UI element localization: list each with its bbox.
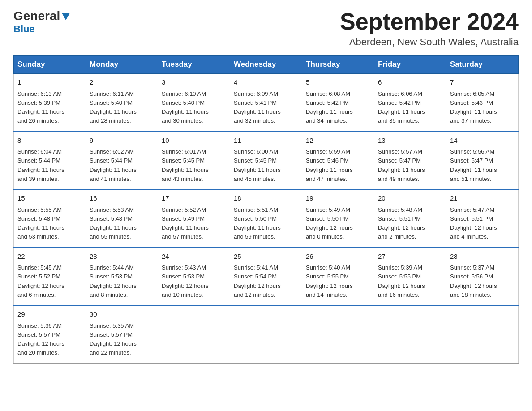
day-number: 14 — [450, 136, 515, 146]
calendar-cell: 14 Sunrise: 5:56 AMSunset: 5:47 PMDaylig… — [446, 132, 519, 190]
day-info: Sunrise: 6:00 AMSunset: 5:45 PMDaylight:… — [234, 148, 281, 182]
day-number: 21 — [450, 193, 515, 204]
day-info: Sunrise: 6:05 AMSunset: 5:43 PMDaylight:… — [450, 90, 497, 124]
logo-blue-text: Blue — [13, 23, 35, 35]
day-number: 28 — [450, 252, 515, 262]
day-number: 26 — [306, 252, 370, 262]
calendar-cell: 10 Sunrise: 6:01 AMSunset: 5:45 PMDaylig… — [158, 132, 230, 190]
calendar-cell: 20 Sunrise: 5:48 AMSunset: 5:51 PMDaylig… — [374, 189, 446, 248]
day-number: 5 — [306, 77, 370, 88]
calendar-cell: 1 Sunrise: 6:13 AMSunset: 5:39 PMDayligh… — [14, 74, 86, 132]
calendar-header-tuesday: Tuesday — [158, 56, 230, 74]
calendar-cell: 26 Sunrise: 5:40 AMSunset: 5:55 PMDaylig… — [302, 248, 374, 306]
day-number: 12 — [306, 136, 370, 146]
day-info: Sunrise: 5:39 AMSunset: 5:55 PMDaylight:… — [378, 264, 425, 298]
calendar-cell — [446, 305, 519, 363]
day-number: 20 — [378, 193, 442, 204]
calendar-cell: 28 Sunrise: 5:37 AMSunset: 5:56 PMDaylig… — [446, 248, 519, 306]
calendar-cell: 25 Sunrise: 5:41 AMSunset: 5:54 PMDaylig… — [230, 248, 302, 306]
calendar-cell — [302, 305, 374, 363]
day-info: Sunrise: 5:36 AMSunset: 5:57 PMDaylight:… — [17, 322, 64, 356]
calendar-cell: 21 Sunrise: 5:47 AMSunset: 5:51 PMDaylig… — [446, 189, 519, 248]
day-number: 27 — [378, 252, 442, 262]
calendar-cell: 2 Sunrise: 6:11 AMSunset: 5:40 PMDayligh… — [86, 74, 158, 132]
calendar-cell: 11 Sunrise: 6:00 AMSunset: 5:45 PMDaylig… — [230, 132, 302, 190]
day-number: 4 — [234, 77, 298, 88]
calendar-header-row: SundayMondayTuesdayWednesdayThursdayFrid… — [14, 56, 519, 74]
day-info: Sunrise: 6:01 AMSunset: 5:45 PMDaylight:… — [162, 148, 209, 182]
calendar-week-row: 1 Sunrise: 6:13 AMSunset: 5:39 PMDayligh… — [14, 74, 519, 132]
day-number: 10 — [162, 136, 226, 146]
calendar-header-saturday: Saturday — [446, 56, 519, 74]
day-info: Sunrise: 5:48 AMSunset: 5:51 PMDaylight:… — [378, 206, 425, 240]
day-info: Sunrise: 6:13 AMSunset: 5:39 PMDaylight:… — [17, 90, 64, 124]
calendar-cell — [374, 305, 446, 363]
calendar-cell: 29 Sunrise: 5:36 AMSunset: 5:57 PMDaylig… — [14, 305, 86, 363]
day-number: 18 — [234, 193, 298, 204]
calendar-header-friday: Friday — [374, 56, 446, 74]
calendar-cell — [230, 305, 302, 363]
day-info: Sunrise: 5:57 AMSunset: 5:47 PMDaylight:… — [378, 148, 425, 182]
day-number: 23 — [90, 252, 154, 262]
day-number: 2 — [90, 77, 154, 88]
day-number: 22 — [17, 252, 82, 262]
day-number: 3 — [162, 77, 226, 88]
calendar-cell: 22 Sunrise: 5:45 AMSunset: 5:52 PMDaylig… — [14, 248, 86, 306]
day-info: Sunrise: 5:35 AMSunset: 5:57 PMDaylight:… — [90, 322, 137, 356]
svg-marker-0 — [62, 13, 70, 20]
calendar-cell: 9 Sunrise: 6:02 AMSunset: 5:44 PMDayligh… — [86, 132, 158, 190]
calendar-cell: 3 Sunrise: 6:10 AMSunset: 5:40 PMDayligh… — [158, 74, 230, 132]
calendar-cell: 17 Sunrise: 5:52 AMSunset: 5:49 PMDaylig… — [158, 189, 230, 248]
day-info: Sunrise: 5:59 AMSunset: 5:46 PMDaylight:… — [306, 148, 353, 182]
day-number: 6 — [378, 77, 442, 88]
day-number: 1 — [17, 77, 82, 88]
calendar-table: SundayMondayTuesdayWednesdayThursdayFrid… — [13, 55, 519, 364]
calendar-cell: 30 Sunrise: 5:35 AMSunset: 5:57 PMDaylig… — [86, 305, 158, 363]
calendar-week-row: 22 Sunrise: 5:45 AMSunset: 5:52 PMDaylig… — [14, 248, 519, 306]
day-number: 19 — [306, 193, 370, 204]
logo-general-text: General — [13, 9, 60, 23]
day-info: Sunrise: 6:08 AMSunset: 5:42 PMDaylight:… — [306, 90, 353, 124]
day-info: Sunrise: 5:43 AMSunset: 5:53 PMDaylight:… — [162, 264, 209, 298]
day-number: 7 — [450, 77, 515, 88]
day-info: Sunrise: 6:06 AMSunset: 5:42 PMDaylight:… — [378, 90, 425, 124]
day-number: 15 — [17, 193, 82, 204]
calendar-cell: 6 Sunrise: 6:06 AMSunset: 5:42 PMDayligh… — [374, 74, 446, 132]
calendar-cell: 7 Sunrise: 6:05 AMSunset: 5:43 PMDayligh… — [446, 74, 519, 132]
calendar-header-sunday: Sunday — [14, 56, 86, 74]
calendar-cell: 27 Sunrise: 5:39 AMSunset: 5:55 PMDaylig… — [374, 248, 446, 306]
day-info: Sunrise: 5:37 AMSunset: 5:56 PMDaylight:… — [450, 264, 497, 298]
title-block: September 2024 Aberdeen, New South Wales… — [340, 9, 519, 48]
day-info: Sunrise: 5:51 AMSunset: 5:50 PMDaylight:… — [234, 206, 281, 240]
day-info: Sunrise: 6:04 AMSunset: 5:44 PMDaylight:… — [17, 148, 64, 182]
calendar-cell: 18 Sunrise: 5:51 AMSunset: 5:50 PMDaylig… — [230, 189, 302, 248]
calendar-cell: 4 Sunrise: 6:09 AMSunset: 5:41 PMDayligh… — [230, 74, 302, 132]
main-title: September 2024 — [340, 9, 519, 34]
logo: General Blue — [13, 9, 71, 35]
calendar-header-thursday: Thursday — [302, 56, 374, 74]
day-number: 9 — [90, 136, 154, 146]
day-info: Sunrise: 5:45 AMSunset: 5:52 PMDaylight:… — [17, 264, 64, 298]
calendar-cell: 16 Sunrise: 5:53 AMSunset: 5:48 PMDaylig… — [86, 189, 158, 248]
calendar-header-monday: Monday — [86, 56, 158, 74]
calendar-week-row: 29 Sunrise: 5:36 AMSunset: 5:57 PMDaylig… — [14, 305, 519, 363]
day-number: 29 — [17, 309, 82, 320]
calendar-cell: 13 Sunrise: 5:57 AMSunset: 5:47 PMDaylig… — [374, 132, 446, 190]
calendar-cell: 12 Sunrise: 5:59 AMSunset: 5:46 PMDaylig… — [302, 132, 374, 190]
day-info: Sunrise: 5:56 AMSunset: 5:47 PMDaylight:… — [450, 148, 497, 182]
day-info: Sunrise: 5:55 AMSunset: 5:48 PMDaylight:… — [17, 206, 64, 240]
calendar-cell: 5 Sunrise: 6:08 AMSunset: 5:42 PMDayligh… — [302, 74, 374, 132]
calendar-week-row: 8 Sunrise: 6:04 AMSunset: 5:44 PMDayligh… — [14, 132, 519, 190]
day-info: Sunrise: 6:02 AMSunset: 5:44 PMDaylight:… — [90, 148, 137, 182]
calendar-week-row: 15 Sunrise: 5:55 AMSunset: 5:48 PMDaylig… — [14, 189, 519, 248]
day-info: Sunrise: 5:52 AMSunset: 5:49 PMDaylight:… — [162, 206, 209, 240]
day-number: 17 — [162, 193, 226, 204]
day-info: Sunrise: 5:41 AMSunset: 5:54 PMDaylight:… — [234, 264, 281, 298]
day-number: 16 — [90, 193, 154, 204]
day-info: Sunrise: 6:10 AMSunset: 5:40 PMDaylight:… — [162, 90, 209, 124]
calendar-cell: 15 Sunrise: 5:55 AMSunset: 5:48 PMDaylig… — [14, 189, 86, 248]
day-info: Sunrise: 5:47 AMSunset: 5:51 PMDaylight:… — [450, 206, 497, 240]
calendar-cell: 24 Sunrise: 5:43 AMSunset: 5:53 PMDaylig… — [158, 248, 230, 306]
day-number: 11 — [234, 136, 298, 146]
day-info: Sunrise: 5:53 AMSunset: 5:48 PMDaylight:… — [90, 206, 137, 240]
